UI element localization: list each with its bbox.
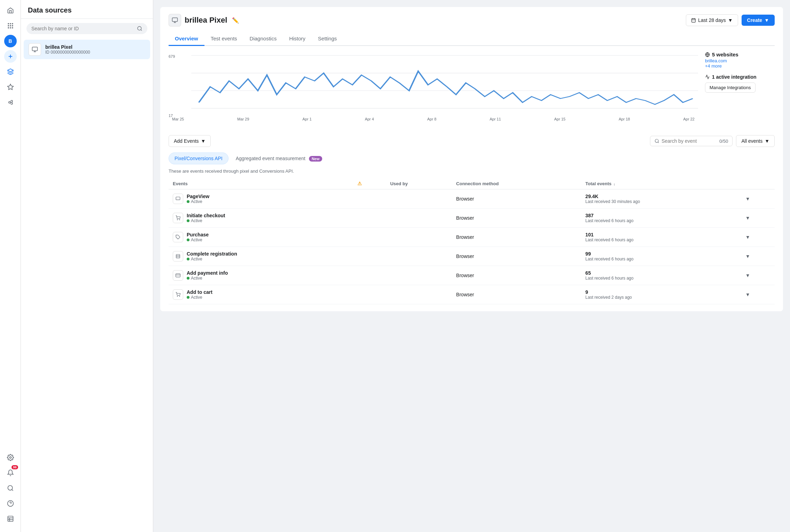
star-icon[interactable] bbox=[4, 81, 17, 93]
event-pageview-cell: PageView Active bbox=[169, 189, 353, 209]
complete-reg-total: 99 Last received 6 hours ago bbox=[581, 247, 741, 266]
event-complete-reg-name: Complete registration bbox=[187, 251, 237, 257]
add-payment-expand[interactable]: ▼ bbox=[741, 266, 775, 285]
chart-label-0: Mar 25 bbox=[172, 117, 184, 121]
activity-icon bbox=[705, 75, 710, 79]
table-row: Complete registration Active Browser 99 … bbox=[169, 247, 775, 266]
pixel-item-icon bbox=[29, 43, 41, 56]
add-to-cart-expand[interactable]: ▼ bbox=[741, 285, 775, 304]
edit-icon[interactable]: ✏️ bbox=[232, 17, 239, 24]
events-table-header: Events ⚠ Used by Connection method Total… bbox=[169, 178, 775, 189]
tab-diagnostics[interactable]: Diagnostics bbox=[243, 32, 283, 46]
manage-integrations-button[interactable]: Manage Integrations bbox=[705, 83, 756, 93]
event-initiate-checkout-name: Initiate checkout bbox=[187, 213, 225, 218]
search-event-icon bbox=[655, 139, 659, 143]
website-primary-url[interactable]: brillea.com bbox=[705, 58, 775, 63]
all-events-button[interactable]: All events ▼ bbox=[736, 135, 775, 147]
more-websites-link[interactable]: +4 more bbox=[705, 63, 775, 69]
svg-rect-0 bbox=[8, 23, 9, 24]
add-payment-icon bbox=[173, 270, 183, 281]
date-picker-button[interactable]: Last 28 days ▼ bbox=[686, 14, 738, 26]
tab-overview[interactable]: Overview bbox=[169, 32, 204, 46]
initiate-checkout-expand[interactable]: ▼ bbox=[741, 209, 775, 228]
sidebar: Data sources brillea Pixel ID 0000000000… bbox=[21, 0, 153, 532]
search-event-input[interactable] bbox=[661, 138, 717, 144]
all-events-label: All events bbox=[741, 138, 762, 144]
tab-test-events[interactable]: Test events bbox=[204, 32, 243, 46]
event-purchase-name: Purchase bbox=[187, 232, 209, 237]
event-pageview-name: PageView bbox=[187, 194, 209, 199]
initiate-checkout-icon bbox=[173, 213, 183, 223]
svg-line-41 bbox=[658, 142, 659, 143]
chart-label-8: Apr 22 bbox=[683, 117, 695, 121]
warning-icon: ⚠ bbox=[357, 181, 362, 186]
add-icon[interactable] bbox=[4, 50, 17, 63]
svg-rect-46 bbox=[176, 255, 180, 258]
integration-label: 1 active integration bbox=[712, 74, 757, 80]
complete-reg-connection: Browser bbox=[452, 247, 581, 266]
svg-rect-3 bbox=[8, 25, 9, 26]
sub-tab-pixel-api[interactable]: Pixel/Conversions API bbox=[169, 152, 229, 164]
svg-point-13 bbox=[9, 457, 11, 459]
svg-point-44 bbox=[179, 220, 180, 220]
svg-marker-11 bbox=[7, 84, 13, 90]
svg-rect-6 bbox=[8, 27, 9, 28]
user-avatar[interactable]: B bbox=[4, 35, 17, 47]
initiate-checkout-used-by bbox=[386, 209, 452, 228]
pageview-expand[interactable]: ▼ bbox=[741, 189, 775, 209]
home-icon[interactable] bbox=[4, 4, 17, 17]
sub-tab-description: These are events received through pixel … bbox=[169, 169, 775, 174]
create-button[interactable]: Create ▼ bbox=[742, 15, 775, 26]
sub-tab-aggregated-label: Aggregated event measurement bbox=[236, 156, 305, 161]
event-complete-reg-status: Active bbox=[187, 257, 237, 261]
add-payment-total: 65 Last received 6 hours ago bbox=[581, 266, 741, 285]
add-events-button[interactable]: Add Events ▼ bbox=[169, 135, 211, 147]
purchase-used-by bbox=[386, 228, 452, 247]
websites-title: 5 websites bbox=[705, 52, 775, 57]
svg-rect-18 bbox=[8, 516, 13, 522]
notification-icon[interactable]: 99 bbox=[4, 467, 17, 479]
chart-area: 679 17 .chart-line { fill: none; stroke:… bbox=[169, 52, 775, 128]
svg-rect-30 bbox=[692, 18, 696, 22]
event-add-payment-name: Add payment info bbox=[187, 270, 228, 276]
ads-icon[interactable] bbox=[4, 65, 17, 78]
help-icon[interactable] bbox=[4, 497, 17, 510]
pixel-panel: brillea Pixel ✏️ Last 28 days ▼ Create ▼ bbox=[160, 7, 783, 311]
sidebar-item-brillea-pixel[interactable]: brillea Pixel ID 00000000000000000 bbox=[24, 40, 150, 59]
col-events: Events bbox=[169, 178, 353, 189]
side-stats: 5 websites brillea.com +4 more 1 active … bbox=[705, 52, 775, 128]
pageview-icon bbox=[173, 194, 183, 204]
search-container[interactable] bbox=[26, 23, 147, 34]
date-range-label: Last 28 days bbox=[698, 17, 726, 23]
table-icon[interactable] bbox=[4, 513, 17, 525]
complete-reg-icon bbox=[173, 251, 183, 261]
search-nav-icon[interactable] bbox=[4, 482, 17, 494]
search-input[interactable] bbox=[31, 26, 134, 31]
grid-icon[interactable] bbox=[4, 19, 17, 32]
globe-icon bbox=[705, 52, 710, 57]
pixel-item-info: brillea Pixel ID 00000000000000000 bbox=[45, 44, 90, 55]
purchase-warning bbox=[353, 228, 386, 247]
left-navigation: B 99 bbox=[0, 0, 21, 532]
col-total: Total events ↓ bbox=[581, 178, 741, 189]
connections-icon[interactable] bbox=[4, 96, 17, 109]
purchase-expand[interactable]: ▼ bbox=[741, 228, 775, 247]
tab-history[interactable]: History bbox=[283, 32, 312, 46]
pixel-header: brillea Pixel ✏️ Last 28 days ▼ Create ▼ bbox=[169, 14, 775, 26]
pageview-total: 29.4K Last received 30 minutes ago bbox=[581, 189, 741, 209]
sub-tab-aggregated[interactable]: Aggregated event measurement New bbox=[230, 152, 328, 164]
create-chevron: ▼ bbox=[764, 17, 769, 23]
table-row: Purchase Active Browser 101 Last receive… bbox=[169, 228, 775, 247]
event-add-to-cart-cell: Add to cart Active bbox=[169, 285, 353, 304]
search-event-box[interactable]: 0/50 bbox=[650, 136, 733, 146]
complete-reg-expand[interactable]: ▼ bbox=[741, 247, 775, 266]
pageview-connection: Browser bbox=[452, 189, 581, 209]
svg-point-12 bbox=[9, 102, 10, 103]
svg-rect-8 bbox=[12, 27, 13, 28]
tab-settings[interactable]: Settings bbox=[312, 32, 343, 46]
add-events-chevron: ▼ bbox=[201, 138, 206, 144]
settings-icon[interactable] bbox=[4, 451, 17, 464]
create-label: Create bbox=[747, 17, 762, 23]
header-actions: Last 28 days ▼ Create ▼ bbox=[686, 14, 775, 26]
svg-point-52 bbox=[179, 296, 180, 297]
